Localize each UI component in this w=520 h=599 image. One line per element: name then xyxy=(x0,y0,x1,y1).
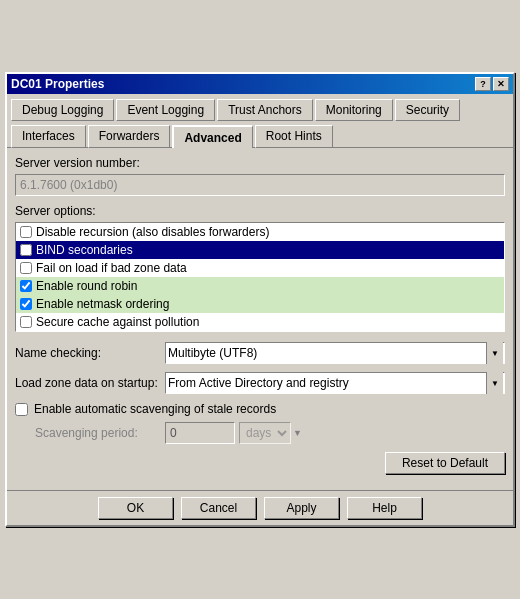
tab-forwarders[interactable]: Forwarders xyxy=(88,125,171,148)
tab-security[interactable]: Security xyxy=(395,99,460,121)
name-checking-row: Name checking: Multibyte (UTF8) ▼ xyxy=(15,342,505,364)
server-version-input xyxy=(15,174,505,196)
close-title-btn[interactable]: ✕ xyxy=(493,77,509,91)
main-window: DC01 Properties ? ✕ Debug Logging Event … xyxy=(5,72,515,527)
scavenging-checkbox-row: Enable automatic scavenging of stale rec… xyxy=(15,402,505,416)
name-checking-label: Name checking: xyxy=(15,346,165,360)
checkbox-secure-cache[interactable] xyxy=(20,316,32,328)
load-zone-select-wrapper: From Active Directory and registry ▼ xyxy=(165,372,505,394)
list-item-round-robin[interactable]: Enable round robin xyxy=(16,277,504,295)
label-bind-secondaries: BIND secondaries xyxy=(36,243,133,257)
help-button[interactable]: Help xyxy=(347,497,422,519)
scavenging-checkbox-label[interactable]: Enable automatic scavenging of stale rec… xyxy=(15,402,276,416)
scavenging-checkbox[interactable] xyxy=(15,403,28,416)
tab-content: Server version number: Server options: D… xyxy=(7,147,513,490)
label-netmask-ordering: Enable netmask ordering xyxy=(36,297,169,311)
help-title-btn[interactable]: ? xyxy=(475,77,491,91)
label-disable-recursion: Disable recursion (also disables forward… xyxy=(36,225,269,239)
scavenging-period-input xyxy=(165,422,235,444)
checkbox-bind-secondaries[interactable] xyxy=(20,244,32,256)
scavenging-label-text: Enable automatic scavenging of stale rec… xyxy=(34,402,276,416)
server-options-label: Server options: xyxy=(15,204,505,218)
tabs-row2: Interfaces Forwarders Advanced Root Hint… xyxy=(7,120,513,147)
server-version-label: Server version number: xyxy=(15,156,505,170)
checkbox-round-robin[interactable] xyxy=(20,280,32,292)
tab-trust-anchors[interactable]: Trust Anchors xyxy=(217,99,313,121)
reset-row: Reset to Default xyxy=(15,452,505,474)
tab-event-logging[interactable]: Event Logging xyxy=(116,99,215,121)
load-zone-select[interactable]: From Active Directory and registry xyxy=(165,372,505,394)
load-zone-label: Load zone data on startup: xyxy=(15,376,165,390)
name-checking-select-wrapper: Multibyte (UTF8) ▼ xyxy=(165,342,505,364)
tab-root-hints[interactable]: Root Hints xyxy=(255,125,333,148)
cancel-button[interactable]: Cancel xyxy=(181,497,256,519)
list-item-netmask-ordering[interactable]: Enable netmask ordering xyxy=(16,295,504,313)
label-fail-on-load: Fail on load if bad zone data xyxy=(36,261,187,275)
label-secure-cache: Secure cache against pollution xyxy=(36,315,199,329)
title-bar: DC01 Properties ? ✕ xyxy=(7,74,513,94)
checkbox-disable-recursion[interactable] xyxy=(20,226,32,238)
list-item-bind-secondaries[interactable]: BIND secondaries xyxy=(16,241,504,259)
scavenging-period-label: Scavenging period: xyxy=(35,426,165,440)
checkbox-fail-on-load[interactable] xyxy=(20,262,32,274)
name-checking-select[interactable]: Multibyte (UTF8) xyxy=(165,342,505,364)
tab-advanced[interactable]: Advanced xyxy=(172,125,252,148)
footer-button-row: OK Cancel Apply Help xyxy=(7,490,513,525)
list-item-secure-cache[interactable]: Secure cache against pollution xyxy=(16,313,504,331)
title-bar-buttons: ? ✕ xyxy=(475,77,509,91)
scavenging-period-row: Scavenging period: days ▼ xyxy=(15,422,505,444)
tab-monitoring[interactable]: Monitoring xyxy=(315,99,393,121)
window-title: DC01 Properties xyxy=(11,77,104,91)
tabs-row1: Debug Logging Event Logging Trust Anchor… xyxy=(7,94,513,120)
scavenging-section: Enable automatic scavenging of stale rec… xyxy=(15,402,505,444)
ok-button[interactable]: OK xyxy=(98,497,173,519)
load-zone-row: Load zone data on startup: From Active D… xyxy=(15,372,505,394)
list-item-disable-recursion[interactable]: Disable recursion (also disables forward… xyxy=(16,223,504,241)
list-item-fail-on-load[interactable]: Fail on load if bad zone data xyxy=(16,259,504,277)
label-round-robin: Enable round robin xyxy=(36,279,137,293)
reset-to-default-button[interactable]: Reset to Default xyxy=(385,452,505,474)
server-options-list: Disable recursion (also disables forward… xyxy=(15,222,505,332)
tab-interfaces[interactable]: Interfaces xyxy=(11,125,86,148)
apply-button[interactable]: Apply xyxy=(264,497,339,519)
tab-debug-logging[interactable]: Debug Logging xyxy=(11,99,114,121)
checkbox-netmask-ordering[interactable] xyxy=(20,298,32,310)
scavenging-period-select: days xyxy=(239,422,291,444)
